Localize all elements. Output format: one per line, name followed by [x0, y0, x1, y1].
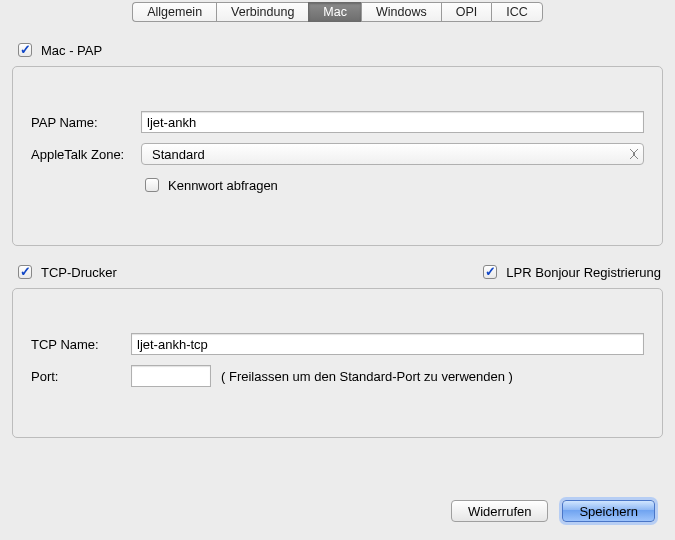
tab-opi[interactable]: OPI	[441, 2, 492, 22]
tab-bar: Allgemein Verbindung Mac Windows OPI ICC	[0, 0, 675, 22]
appletalk-zone-label: AppleTalk Zone:	[31, 147, 141, 162]
dialog-buttons: Widerrufen Speichern	[451, 500, 655, 522]
port-input[interactable]	[131, 365, 211, 387]
tcp-group: TCP Name: Port: ( Freilassen um den Stan…	[12, 288, 663, 438]
tab-verbindung[interactable]: Verbindung	[216, 2, 308, 22]
mac-pap-group: PAP Name: AppleTalk Zone: Standard	[12, 66, 663, 246]
pap-name-label: PAP Name:	[31, 115, 141, 130]
settings-window: Allgemein Verbindung Mac Windows OPI ICC…	[0, 0, 675, 540]
save-button[interactable]: Speichern	[562, 500, 655, 522]
lpr-bonjour-checkbox[interactable]	[483, 265, 497, 279]
ask-password-label: Kennwort abfragen	[168, 178, 278, 193]
port-label: Port:	[31, 369, 131, 384]
mac-pap-label: Mac - PAP	[41, 43, 102, 58]
tab-windows[interactable]: Windows	[361, 2, 441, 22]
port-hint: ( Freilassen um den Standard-Port zu ver…	[221, 369, 513, 384]
mac-pap-checkbox[interactable]	[18, 43, 32, 57]
tab-icc[interactable]: ICC	[491, 2, 543, 22]
ask-password-checkbox[interactable]	[145, 178, 159, 192]
tab-mac[interactable]: Mac	[308, 2, 361, 22]
tcp-printer-checkbox[interactable]	[18, 265, 32, 279]
tab-allgemein[interactable]: Allgemein	[132, 2, 216, 22]
pap-name-input[interactable]	[141, 111, 644, 133]
appletalk-zone-select[interactable]: Standard	[141, 143, 644, 165]
revert-button[interactable]: Widerrufen	[451, 500, 549, 522]
panel-mac: Mac - PAP PAP Name: AppleTalk Zone: Stan…	[0, 22, 675, 438]
tcp-printer-label: TCP-Drucker	[41, 265, 117, 280]
tcp-name-input[interactable]	[131, 333, 644, 355]
tcp-name-label: TCP Name:	[31, 337, 131, 352]
lpr-bonjour-label: LPR Bonjour Registrierung	[506, 265, 661, 280]
